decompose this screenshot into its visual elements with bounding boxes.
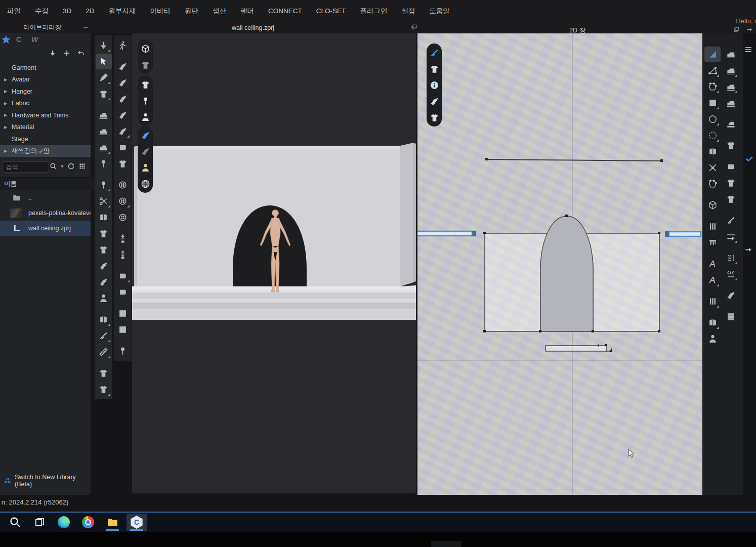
checker-shirt-2d-icon[interactable] [723, 175, 739, 191]
category-fabric[interactable]: ▶Fabric [0, 98, 91, 110]
menu-help[interactable]: 도움말 [422, 0, 457, 22]
grade-text-tool-icon[interactable]: A [704, 272, 721, 288]
fabric-steam-tool-icon[interactable] [96, 258, 112, 274]
info-icon[interactable] [429, 79, 440, 91]
pattern-shape-tool-icon[interactable] [704, 95, 721, 111]
shirt-measure-tool-icon[interactable] [96, 365, 112, 381]
panel-menu-icon[interactable] [744, 46, 752, 54]
clo-logo-w-icon[interactable]: W [31, 35, 38, 44]
menu-trims[interactable]: 원부자재 [102, 0, 143, 22]
grid-view-icon[interactable] [78, 162, 86, 170]
swatch-1-tool-icon[interactable] [115, 306, 131, 321]
sew-inspect-2d-icon[interactable] [723, 95, 739, 111]
taskbar-edge-icon[interactable] [54, 514, 74, 531]
pin-avatar-icon[interactable] [140, 95, 151, 106]
checker-shirt-2d-b-icon[interactable] [723, 191, 739, 207]
sew-free-2d-icon[interactable] [723, 79, 739, 95]
button-tool-icon[interactable] [115, 193, 131, 209]
category-hardware-trims[interactable]: ▶Hardware and Trims [0, 109, 91, 121]
reset-library-icon[interactable] [77, 50, 85, 57]
switch-new-library-link[interactable]: Switch to New Library (Beta) [4, 474, 91, 488]
sewing-machine-tool-icon[interactable] [96, 107, 112, 123]
confirm-check-icon[interactable] [744, 155, 753, 163]
show-garment-icon[interactable] [140, 79, 151, 90]
pen-dart-tool-icon[interactable] [96, 70, 112, 86]
layer-stack-tool-icon[interactable] [723, 309, 739, 324]
taskbar-taskview-icon[interactable] [29, 514, 50, 531]
pen-slash-tool-icon[interactable] [723, 213, 739, 228]
button-lock-tool-icon[interactable] [115, 209, 131, 225]
taskbar-chrome-icon[interactable] [78, 514, 98, 531]
menu-avatar[interactable]: 아바타 [143, 0, 178, 22]
seam-ruler-tool-icon[interactable] [704, 219, 721, 234]
category-material[interactable]: ▶Material [0, 121, 91, 134]
clo-logo-c-icon[interactable]: C [16, 35, 21, 44]
taskbar-clo3d-icon[interactable]: C [127, 514, 147, 531]
curve-arrange-tool-icon[interactable] [96, 328, 112, 344]
category-stage[interactable]: Stage [0, 133, 91, 145]
file-row-wall-ceiling[interactable]: wall ceiling.zprj [0, 221, 91, 236]
flip-garment-tool-icon[interactable] [115, 59, 131, 74]
roll-tool-icon[interactable] [115, 284, 131, 300]
shirt-pattern-icon[interactable] [429, 112, 440, 123]
collapse-library-icon[interactable]: ← [82, 23, 89, 30]
taskbar-search-icon[interactable] [5, 514, 25, 531]
zipper-full-tool-icon[interactable] [115, 247, 131, 263]
transform-tool-icon[interactable] [704, 47, 721, 62]
hide-fabric-icon[interactable] [140, 146, 151, 157]
dashed-circle-tool-icon[interactable] [704, 128, 721, 143]
iron-press-tool-icon[interactable] [723, 116, 739, 132]
shirring-h-tool-icon[interactable] [723, 266, 739, 282]
download-tool-icon[interactable] [96, 37, 112, 53]
menu-closet[interactable]: CLO-SET [309, 0, 353, 22]
pen-curve-icon[interactable] [429, 47, 440, 58]
drape-garment-tool-icon[interactable] [96, 86, 112, 102]
trace-tool-icon[interactable] [704, 176, 721, 192]
viewport-3d[interactable] [132, 33, 416, 493]
grab-fabric-tool-icon[interactable] [723, 159, 739, 175]
swatch-stack-tool-icon[interactable] [704, 144, 721, 159]
detach-2d-icon[interactable] [733, 26, 740, 33]
shirts-pair-tool-icon[interactable] [96, 242, 112, 258]
fold-dart-tool-icon[interactable] [704, 315, 721, 330]
scissors-pen-tool-icon[interactable] [96, 193, 112, 209]
account-greeting[interactable]: Hello, cr [736, 17, 756, 25]
walk-avatar-tool-icon[interactable] [115, 37, 131, 53]
avatar-dress-tool-icon[interactable] [96, 290, 112, 306]
add-library-icon[interactable] [63, 50, 70, 57]
sewing-segment-tool-icon[interactable] [96, 123, 112, 139]
sewing-free-tool-icon[interactable] [96, 140, 112, 155]
category-avatar[interactable]: ▶Avatar [0, 74, 91, 86]
flatten-4-tool-icon[interactable] [115, 123, 131, 139]
flatten-3-tool-icon[interactable] [115, 107, 131, 123]
menu-file[interactable]: 파일 [0, 0, 28, 22]
bind-fabric-tool-icon[interactable] [96, 312, 112, 327]
pin-needle-tool-icon[interactable] [96, 177, 112, 193]
expand-panel-arrow-icon[interactable] [744, 246, 752, 254]
pleats-tool-icon[interactable] [704, 293, 721, 309]
jacket-tool-icon[interactable] [96, 226, 112, 241]
float-window-icon[interactable] [411, 24, 417, 30]
favorites-star-icon[interactable] [1, 34, 11, 45]
category-garment[interactable]: Garment [0, 62, 91, 74]
edit-curve-tool-icon[interactable] [704, 79, 721, 95]
file-list-name-header[interactable]: 이름 [0, 177, 95, 190]
sew-machine-2d-icon[interactable] [723, 47, 739, 62]
menu-render[interactable]: 렌더 [233, 0, 261, 22]
button-place-tool-icon[interactable] [115, 177, 131, 193]
edit-points-tool-icon[interactable] [704, 63, 721, 78]
shirt-grade-tool-icon[interactable] [96, 382, 112, 397]
measure-tape-tool-icon[interactable] [96, 344, 112, 360]
roll-selected-tool-icon[interactable] [115, 268, 131, 284]
dashed-arrow-tool-icon[interactable] [723, 229, 739, 244]
category-saessak-lecture[interactable]: ▶새싹강의교안 [0, 145, 91, 157]
show-pattern-shirt-icon[interactable] [429, 63, 440, 74]
checker-shirt-tool-icon[interactable] [115, 156, 131, 172]
download-library-icon[interactable] [49, 50, 56, 57]
menu-connect[interactable]: CONNECT [261, 0, 309, 22]
menu-edit[interactable]: 수정 [28, 0, 56, 22]
show-fabric-2d-icon[interactable] [429, 96, 440, 107]
menu-settings[interactable]: 설정 [394, 0, 422, 22]
taskbar-explorer-icon[interactable] [102, 514, 122, 531]
pin-tack-tool-icon[interactable] [96, 156, 112, 172]
